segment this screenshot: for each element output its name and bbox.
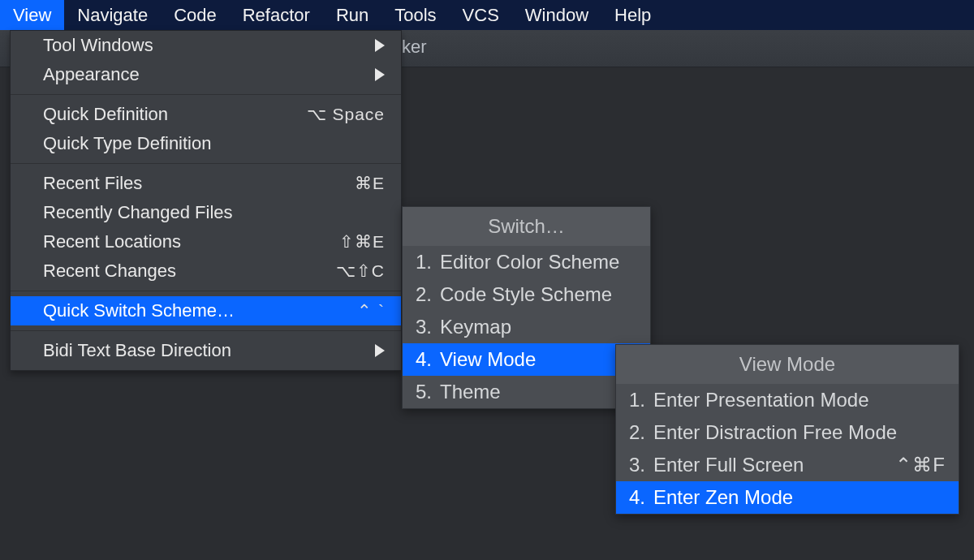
popup-item-number: 2.: [629, 421, 653, 444]
toolbar-text-fragment: ker: [402, 37, 427, 58]
popup-item-number: 3.: [416, 316, 440, 338]
popup-item-number: 1.: [629, 389, 653, 411]
menu-separator: [11, 94, 401, 95]
popup-item-number: 1.: [416, 251, 440, 274]
view-menu-item-appearance[interactable]: Appearance: [11, 60, 401, 89]
popup-item-label: Enter Full Screen: [653, 454, 895, 476]
menu-window[interactable]: Window: [512, 0, 601, 30]
menu-run[interactable]: Run: [323, 0, 381, 30]
popup-item-label: Code Style Scheme: [440, 283, 637, 306]
popup-item-number: 5.: [416, 381, 440, 403]
menu-navigate[interactable]: Navigate: [64, 0, 161, 30]
menu-vcs[interactable]: VCS: [450, 0, 512, 30]
view-menu-item-quick-definition[interactable]: Quick Definition⌥ Space: [11, 100, 401, 129]
menu-refactor[interactable]: Refactor: [230, 0, 323, 30]
switch-popup-title: Switch…: [403, 207, 650, 246]
view-menu-item-bidi-text-base-direction[interactable]: Bidi Text Base Direction: [11, 336, 401, 365]
menu-item-label: Tool Windows: [43, 35, 375, 56]
viewmode-item-enter-full-screen[interactable]: 3.Enter Full Screen⌃⌘F: [616, 449, 959, 481]
menu-item-shortcut: ⌥ Space: [307, 105, 385, 124]
chevron-right-icon: [375, 39, 385, 52]
popup-item-shortcut: ⌃⌘F: [895, 454, 946, 476]
viewmode-item-enter-distraction-free-mode[interactable]: 2.Enter Distraction Free Mode: [616, 416, 959, 449]
viewmode-item-enter-zen-mode[interactable]: 4.Enter Zen Mode: [616, 481, 959, 514]
menu-item-label: Quick Definition: [43, 104, 307, 125]
menu-item-label: Quick Switch Scheme…: [43, 300, 357, 321]
popup-item-label: Theme: [440, 381, 637, 403]
popup-item-label: Enter Zen Mode: [653, 486, 946, 509]
popup-item-label: Editor Color Scheme: [440, 251, 637, 274]
viewmode-popup: View Mode 1.Enter Presentation Mode2.Ent…: [615, 344, 959, 515]
view-menu-item-recent-changes[interactable]: Recent Changes⌥⇧C: [11, 256, 401, 286]
menu-item-label: Recent Changes: [43, 261, 336, 282]
popup-item-label: Enter Presentation Mode: [653, 389, 946, 411]
popup-item-label: Enter Distraction Free Mode: [653, 421, 946, 444]
menu-item-shortcut: ⌘E: [355, 174, 385, 193]
menu-item-label: Recent Files: [43, 173, 355, 194]
popup-item-label: Keymap: [440, 316, 637, 338]
view-menu-item-tool-windows[interactable]: Tool Windows: [11, 31, 401, 60]
menu-tools[interactable]: Tools: [381, 0, 449, 30]
menu-code[interactable]: Code: [161, 0, 230, 30]
view-menu-item-quick-switch-scheme[interactable]: Quick Switch Scheme…⌃ `: [11, 296, 401, 325]
view-menu-item-quick-type-definition[interactable]: Quick Type Definition: [11, 129, 401, 158]
chevron-right-icon: [375, 68, 385, 81]
menu-item-shortcut: ⇧⌘E: [339, 232, 385, 252]
menubar: ViewNavigateCodeRefactorRunToolsVCSWindo…: [0, 0, 974, 30]
menu-item-label: Bidi Text Base Direction: [43, 340, 375, 361]
menu-separator: [11, 291, 401, 291]
menu-item-label: Recently Changed Files: [43, 202, 385, 223]
menu-item-shortcut: ⌃ `: [357, 301, 385, 321]
view-menu-item-recently-changed-files[interactable]: Recently Changed Files: [11, 198, 401, 227]
switch-item-view-mode[interactable]: 4.View Mode: [403, 343, 650, 376]
switch-popup: Switch… 1.Editor Color Scheme2.Code Styl…: [402, 206, 651, 409]
menu-separator: [11, 163, 401, 164]
chevron-right-icon: [375, 344, 385, 357]
menu-help[interactable]: Help: [601, 0, 664, 30]
view-menu-dropdown: Tool WindowsAppearanceQuick Definition⌥ …: [10, 30, 402, 371]
popup-item-number: 2.: [416, 283, 440, 306]
viewmode-item-enter-presentation-mode[interactable]: 1.Enter Presentation Mode: [616, 384, 959, 416]
switch-item-code-style-scheme[interactable]: 2.Code Style Scheme: [403, 278, 650, 311]
view-menu-item-recent-files[interactable]: Recent Files⌘E: [11, 169, 401, 198]
switch-item-editor-color-scheme[interactable]: 1.Editor Color Scheme: [403, 246, 650, 278]
popup-item-number: 3.: [629, 454, 653, 476]
popup-item-number: 4.: [416, 348, 440, 371]
switch-item-theme[interactable]: 5.Theme: [403, 376, 650, 408]
menu-item-shortcut: ⌥⇧C: [336, 261, 385, 281]
menu-item-label: Recent Locations: [43, 231, 339, 252]
menu-view[interactable]: View: [0, 0, 64, 30]
popup-item-label: View Mode: [440, 348, 637, 371]
menu-separator: [11, 330, 401, 331]
menu-item-label: Quick Type Definition: [43, 133, 385, 154]
view-menu-item-recent-locations[interactable]: Recent Locations⇧⌘E: [11, 227, 401, 256]
menu-item-label: Appearance: [43, 64, 375, 85]
viewmode-popup-title: View Mode: [616, 345, 959, 384]
switch-item-keymap[interactable]: 3.Keymap: [403, 311, 650, 343]
popup-item-number: 4.: [629, 486, 653, 509]
